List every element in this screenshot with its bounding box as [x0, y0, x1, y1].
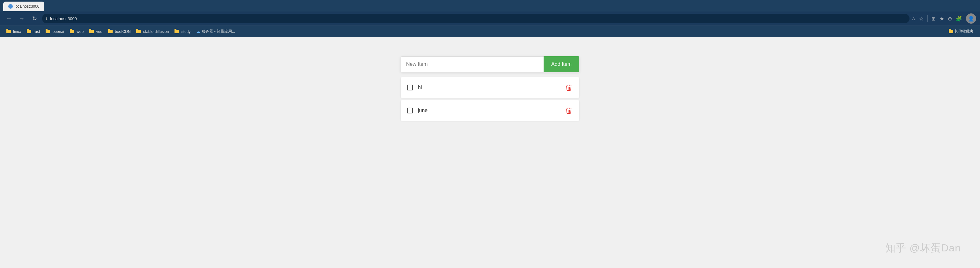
trash-icon: [566, 107, 572, 114]
todo-text: hi: [418, 85, 565, 90]
folder-icon: [175, 30, 179, 33]
collections-icon[interactable]: ★: [940, 16, 944, 22]
folder-icon: [46, 30, 50, 33]
bookmark-study[interactable]: study: [172, 28, 193, 35]
watermark: 知乎 @坏蛋Dan: [885, 241, 961, 255]
address-bar[interactable]: ℹ localhost:3000: [42, 14, 910, 23]
todo-checkbox[interactable]: [407, 85, 413, 90]
add-item-button[interactable]: Add Item: [544, 56, 579, 72]
table-row: hi: [401, 77, 579, 98]
delete-button[interactable]: [565, 83, 573, 92]
forward-button[interactable]: →: [17, 13, 27, 24]
todo-text: june: [418, 108, 565, 113]
back-button[interactable]: ←: [4, 13, 14, 24]
bookmark-label: bootCDN: [114, 29, 131, 34]
watermark-text: 知乎 @坏蛋Dan: [885, 242, 961, 254]
refresh-button[interactable]: ↻: [29, 13, 40, 24]
bookmark-label: web: [76, 29, 84, 34]
cloud-icon: ☁: [196, 29, 200, 34]
bookmark-label: study: [180, 29, 191, 34]
bookmarks-bar: linux rust openai web vue bootCDN stable…: [0, 26, 980, 37]
bookmarks-list: linux rust openai web vue bootCDN stable…: [4, 27, 945, 35]
bookmark-label: vue: [95, 29, 102, 34]
avatar-icon: 👤: [968, 16, 974, 22]
bookmark-rust[interactable]: rust: [24, 28, 43, 35]
tab-favicon: [8, 4, 13, 9]
info-icon: ℹ: [46, 16, 48, 21]
split-view-icon[interactable]: ⊞: [932, 16, 935, 22]
folder-icon: [89, 30, 94, 33]
folder-icon: [27, 30, 31, 33]
input-area: Add Item: [401, 56, 579, 72]
back-icon: ←: [6, 15, 12, 22]
active-tab[interactable]: localhost:3000: [3, 2, 45, 11]
nav-icons-right: 𝐴 ☆ ⊞ ★ ⊕ 🧩 👤: [912, 13, 976, 24]
new-item-input[interactable]: [401, 56, 544, 72]
folder-icon: [70, 30, 74, 33]
bookmark-label: openai: [51, 29, 64, 34]
nav-bar: ← → ↻ ℹ localhost:3000 𝐴 ☆ ⊞ ★ ⊕ 🧩 👤: [0, 11, 980, 26]
bookmark-linux[interactable]: linux: [4, 28, 24, 35]
folder-icon: [108, 30, 113, 33]
bookmark-web[interactable]: web: [67, 28, 86, 35]
read-mode-icon[interactable]: 𝐴: [912, 16, 915, 21]
favorites-icon[interactable]: ☆: [919, 16, 924, 22]
folder-icon: [136, 30, 141, 33]
main-content: Add Item hi june 知乎 @坏蛋Dan: [0, 37, 980, 268]
bookmark-label: linux: [12, 29, 21, 34]
todo-list: hi june: [401, 77, 579, 121]
address-text: localhost:3000: [50, 16, 77, 21]
add-item-label: Add Item: [551, 61, 572, 67]
bookmark-stable-diffusion[interactable]: stable-diffusion: [134, 28, 171, 35]
folder-icon: [949, 30, 953, 33]
bookmark-server[interactable]: ☁服务器 - 轻量应用...: [194, 27, 238, 35]
folder-icon: [6, 30, 11, 33]
extensions-icon[interactable]: 🧩: [956, 16, 962, 22]
refresh-icon: ↻: [32, 15, 37, 22]
bookmark-openai[interactable]: openai: [43, 28, 66, 35]
todo-checkbox[interactable]: [407, 108, 413, 113]
share-icon[interactable]: ⊕: [948, 16, 952, 22]
other-bookmarks-label: 其他收藏夹: [955, 29, 974, 34]
forward-icon: →: [19, 15, 25, 22]
bookmark-label: rust: [33, 29, 40, 34]
bookmark-vue[interactable]: vue: [87, 28, 105, 35]
bookmarks-right: 其他收藏夹: [946, 27, 976, 35]
delete-button[interactable]: [565, 106, 573, 115]
tab-title: localhost:3000: [15, 4, 39, 9]
bookmark-label: stable-diffusion: [142, 29, 169, 34]
user-avatar[interactable]: 👤: [966, 13, 976, 24]
app-container: Add Item hi june: [401, 56, 579, 249]
table-row: june: [401, 100, 579, 121]
bookmark-bootCDN[interactable]: bootCDN: [106, 28, 134, 35]
browser-chrome: localhost:3000 ← → ↻ ℹ localhost:3000 𝐴 …: [0, 0, 980, 37]
trash-icon: [566, 85, 572, 91]
other-bookmarks[interactable]: 其他收藏夹: [946, 27, 976, 35]
bookmark-label: 服务器 - 轻量应用...: [202, 29, 235, 34]
tab-bar: localhost:3000: [0, 0, 980, 11]
